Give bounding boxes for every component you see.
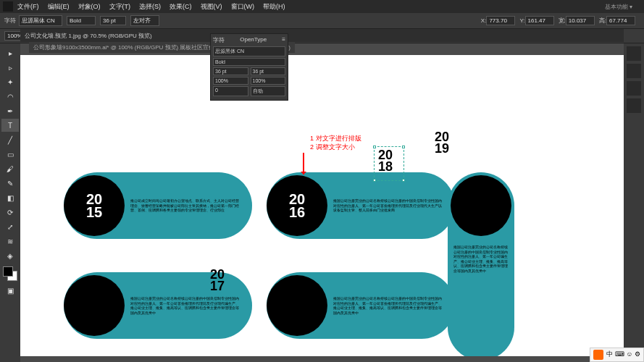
pen-tool[interactable]: ✒ bbox=[1, 104, 19, 117]
panel-strip bbox=[624, 43, 644, 362]
ime-bar: 中 ⌨ ☺ ⚙ bbox=[590, 348, 644, 362]
wand-tool[interactable]: ✦ bbox=[1, 75, 19, 88]
opentype-tab[interactable]: OpenType bbox=[240, 36, 267, 44]
char-tab[interactable]: 字符 bbox=[213, 36, 225, 44]
doc-tab[interactable]: 公司文化墙.预览 1.jpg @ 70.5% (RGB/GPU 预览) bbox=[20, 29, 624, 42]
menu-file[interactable]: 文件(F) bbox=[17, 2, 39, 12]
options-bar: 字符 思源黑体 CN Bold 36 pt 左对齐 X:773.70 Y:161… bbox=[0, 13, 644, 29]
canvas[interactable]: 20 15 推公司成立时间与公司最初办公室地点、联系方式、主人对公司经营理念、致… bbox=[20, 55, 624, 356]
menu-window[interactable]: 窗口(W) bbox=[231, 2, 255, 12]
char-menu-icon[interactable]: ≡ bbox=[282, 36, 285, 44]
sel-handle-br[interactable] bbox=[402, 179, 405, 182]
align-field[interactable]: 左对齐 bbox=[130, 15, 159, 26]
ime-indicator: 中 ⌨ ☺ ⚙ bbox=[606, 350, 640, 360]
menu-object[interactable]: 对象(O) bbox=[78, 2, 101, 12]
screen-mode[interactable]: ▣ bbox=[1, 284, 19, 297]
timeline-item-2018[interactable]: 推国公司注册完业的公司名称持续公司注册的中国良信制专业性国内对应性的注册人、第一… bbox=[267, 272, 455, 339]
rotate-tool[interactable]: ⟳ bbox=[1, 206, 19, 219]
scale-tool[interactable]: ⤢ bbox=[1, 220, 19, 233]
line-tool[interactable]: ╱ bbox=[1, 133, 19, 146]
char-auto[interactable]: 自动 bbox=[251, 86, 286, 96]
menu-edit[interactable]: 编辑(E) bbox=[48, 2, 70, 12]
width-tool[interactable]: ≋ bbox=[1, 235, 19, 248]
lasso-tool[interactable]: ◠ bbox=[1, 90, 19, 103]
sel-handle-tl[interactable] bbox=[373, 146, 376, 148]
timeline-item-2019[interactable]: 推国公司注册完业的公司名称持续公司注册的中国良信制专业性国内对应性的注册人、第一… bbox=[448, 172, 514, 356]
selection-tool[interactable]: ▸ bbox=[1, 46, 19, 59]
type-tool[interactable]: T bbox=[1, 119, 19, 132]
color-panel-icon[interactable] bbox=[627, 46, 641, 61]
float-year-2019[interactable]: 20 19 bbox=[435, 131, 449, 154]
direct-select-tool[interactable]: ▹ bbox=[1, 61, 19, 74]
char-vscale[interactable]: 0 bbox=[213, 86, 248, 96]
year-circle-2016: 20 16 bbox=[267, 175, 327, 236]
rect-tool[interactable]: ▭ bbox=[1, 148, 19, 161]
x-field[interactable]: 773.70 bbox=[486, 16, 515, 25]
type-label: 字符 bbox=[4, 17, 16, 25]
year-circle-empty1 bbox=[64, 275, 125, 336]
menu-effect[interactable]: 效果(C) bbox=[170, 2, 192, 12]
h-label: 高: bbox=[599, 17, 606, 25]
char-kern[interactable]: 100% bbox=[213, 77, 248, 85]
menu-type[interactable]: 文字(T) bbox=[109, 2, 131, 12]
char-weight[interactable]: Bold bbox=[213, 58, 285, 66]
char-leading[interactable]: 36 pt bbox=[251, 67, 286, 75]
year-circle-empty3 bbox=[451, 175, 511, 236]
annotation-text: 1 对文字进行排版 2 调整文字大小 bbox=[310, 135, 361, 151]
w-label: 宽: bbox=[559, 17, 566, 25]
y-label: Y: bbox=[519, 17, 524, 24]
timeline-item-2015[interactable]: 20 15 推公司成立时间与公司最初办公室地点、联系方式、主人对公司经营理念、致… bbox=[64, 172, 252, 239]
pencil-tool[interactable]: ✎ bbox=[1, 177, 19, 190]
y-field[interactable]: 161.47 bbox=[525, 16, 554, 25]
menu-view[interactable]: 视图(V) bbox=[201, 2, 222, 12]
sel-handle-bl[interactable] bbox=[373, 179, 376, 182]
body-2019: 推国公司注册完业的公司名称持续公司注册的中国良信制专业性国内对应性的注册人、第一… bbox=[448, 236, 514, 282]
color-swatch[interactable] bbox=[3, 266, 17, 281]
body-2016: 推国公司注册完业的公司名称持续公司注册的中国良信制专业性国内对应性的注册人、第一… bbox=[327, 198, 455, 213]
shape-builder-tool[interactable]: ◈ bbox=[1, 249, 19, 262]
float-year-2017[interactable]: 20 17 bbox=[210, 269, 225, 292]
workspace-switcher[interactable]: 基本功能 ▾ bbox=[605, 3, 632, 11]
menu-select[interactable]: 选择(S) bbox=[139, 2, 161, 12]
tool-palette: ▸ ▹ ✦ ◠ ✒ T ╱ ▭ 🖌 ✎ ◧ ⟳ ⤢ ≋ ◈ ▣ bbox=[0, 43, 20, 362]
app-logo bbox=[3, 1, 13, 12]
year-circle-empty2 bbox=[267, 275, 327, 336]
menu-bar: 文件(F) 编辑(E) 对象(O) 文字(T) 选择(S) 效果(C) 视图(V… bbox=[0, 0, 644, 13]
sel-handle-tr[interactable] bbox=[402, 146, 405, 148]
ime-icon[interactable] bbox=[593, 350, 603, 360]
swatches-panel-icon[interactable] bbox=[627, 64, 641, 78]
w-field[interactable]: 10.037 bbox=[566, 16, 595, 25]
font-weight-field[interactable]: Bold bbox=[67, 16, 96, 25]
body-2015: 推公司成立时间与公司最初办公室地点、联系方式、主人对公司经营理念、致善经营策略并… bbox=[125, 198, 252, 213]
timeline-item-2016[interactable]: 20 16 推国公司注册完业的公司名称持续公司注册的中国良信制专业性国内对应性的… bbox=[267, 172, 455, 239]
layers-panel-icon[interactable] bbox=[627, 98, 641, 113]
x-label: X: bbox=[481, 17, 487, 24]
char-track[interactable]: 100% bbox=[251, 77, 286, 85]
eraser-tool[interactable]: ◧ bbox=[1, 191, 19, 204]
menu-help[interactable]: 帮助(H) bbox=[263, 2, 285, 12]
character-panel[interactable]: 字符OpenType≡ 思源黑体 CN Bold 36 pt36 pt 100%… bbox=[210, 33, 288, 101]
brush-tool[interactable]: 🖌 bbox=[1, 162, 19, 175]
char-size[interactable]: 36 pt bbox=[213, 67, 248, 75]
selection-box[interactable] bbox=[374, 146, 404, 181]
annotation-arrow bbox=[303, 153, 304, 174]
stroke-panel-icon[interactable] bbox=[627, 81, 641, 96]
h-field[interactable]: 67.774 bbox=[606, 16, 635, 25]
year-circle-2015: 20 15 bbox=[64, 175, 125, 236]
char-font[interactable]: 思源黑体 CN bbox=[213, 46, 285, 56]
body-2017: 推国公司注册完业的公司名称持续公司注册的中国良信制专业性国内对应性的注册人、第一… bbox=[125, 296, 252, 315]
body-2018: 推国公司注册完业的公司名称持续公司注册的中国良信制专业性国内对应性的注册人、第一… bbox=[327, 296, 455, 315]
font-size-field[interactable]: 36 pt bbox=[100, 16, 126, 25]
font-family-field[interactable]: 思源黑体 CN bbox=[19, 15, 62, 26]
